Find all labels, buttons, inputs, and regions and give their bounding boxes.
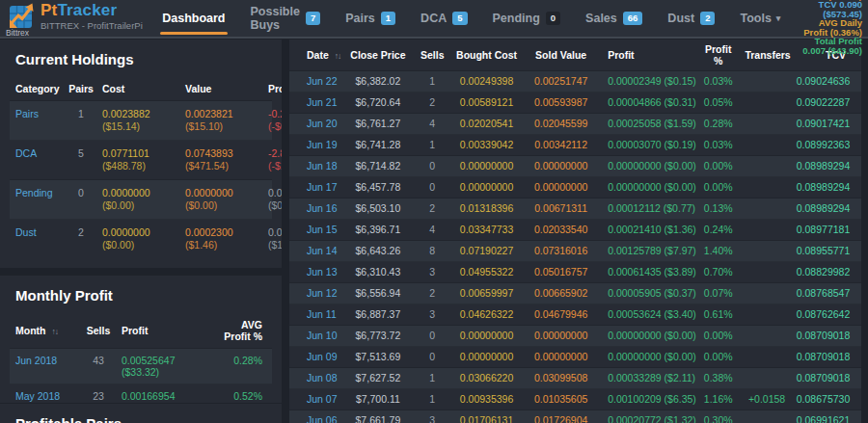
holdings-row: DCA50.0771101($488.78)0.0743893($471.54)…: [10, 141, 272, 180]
col-header-date[interactable]: Date↑↓: [289, 40, 340, 71]
current-holdings-title: Current Holdings: [15, 51, 266, 67]
category-link[interactable]: DCA: [10, 141, 64, 180]
col-header-cost: Cost: [98, 77, 181, 101]
cost-cell-btc: 0.0023882: [102, 108, 177, 120]
value-cell-btc: 0.0000000: [185, 187, 260, 199]
nav-item-pairs[interactable]: Pairs1: [333, 0, 408, 38]
date-link[interactable]: Jun 13: [289, 262, 340, 283]
value-cell-btc: 0.0023821: [185, 108, 260, 120]
month-link[interactable]: Jun 2018: [10, 349, 79, 384]
sold-value: 0.03099508: [524, 368, 598, 389]
bought-cost: 0.04955322: [449, 262, 524, 283]
bought-cost: 0.03066220: [449, 368, 524, 389]
sells-count: 1: [415, 389, 449, 410]
sales-row: Jun 09$7,513.6900.000000000.000000000.00…: [289, 347, 861, 368]
sold-value: 0.07316016: [524, 241, 598, 262]
tcv-value: 0.08989294: [793, 177, 861, 198]
category-link[interactable]: Pending: [10, 180, 64, 220]
profit-value: 0.00021410 ($1.36): [598, 220, 695, 241]
category-link[interactable]: Dust: [10, 220, 64, 259]
profit-cell: -2.83%(-$17.25): [264, 141, 272, 180]
sales-row: Jun 14$6,643.2680.071902270.073160160.00…: [289, 241, 861, 262]
close-price: $6,556.94: [340, 283, 415, 304]
date-link[interactable]: Jun 08: [289, 368, 340, 389]
profit-value: 0.00012112 ($0.77): [598, 198, 695, 220]
nav-badge: 5: [452, 12, 467, 25]
col-header-month[interactable]: Month↑↓: [10, 313, 79, 349]
cost-cell-btc: 0.0771101: [102, 147, 177, 160]
nav-item-tools[interactable]: Tools▾: [727, 0, 793, 38]
date-link[interactable]: Jun 18: [289, 156, 340, 177]
tcv-value: 0.08977181: [793, 220, 861, 241]
bought-cost: 0.07190227: [449, 241, 524, 262]
profit-value: 0.00166954 ($10.58): [118, 384, 219, 404]
sold-value: 0.00000000: [524, 347, 598, 368]
tcv-value: 0.08989294: [793, 156, 861, 177]
date-link[interactable]: Jun 17: [289, 177, 340, 198]
category-link[interactable]: Pairs: [10, 101, 64, 141]
date-link[interactable]: Jun 19: [289, 135, 340, 156]
nav-item-dust[interactable]: Dust2: [655, 0, 727, 38]
date-link[interactable]: Jun 15: [289, 220, 340, 241]
navbar: PtTracker BITTREX - ProfitTrailerPi Bitt…: [0, 0, 868, 39]
profit-value: 0.00000000 ($0.00): [598, 326, 695, 347]
holdings-header-row: CategoryPairsCostValueProfit: [10, 77, 272, 101]
nav-item-dca[interactable]: DCA5: [408, 0, 479, 38]
nav-item-pending[interactable]: Pending0: [480, 0, 574, 38]
sales-row: Jun 06$7,661.7930.017061310.017269040.00…: [289, 410, 861, 423]
nav-item-dashboard[interactable]: Dashboard: [149, 0, 237, 38]
sales-row: Jun 12$6,556.9420.006599970.006659020.00…: [289, 283, 861, 304]
stat-total-profit: Total Profit 0.007 ($43.90): [793, 37, 862, 55]
tcv-value: 0.08992363: [793, 135, 861, 156]
sells-count: 8: [415, 241, 449, 262]
date-link[interactable]: Jun 10: [289, 326, 340, 347]
profit-pct: 1.16%: [695, 389, 741, 410]
close-price: $6,741.28: [340, 135, 415, 156]
sales-row: Jun 22$6,382.0210.002493980.002517470.00…: [289, 71, 861, 93]
tcv-value: 0.08709018: [793, 368, 861, 389]
exchange-label: Bittrex: [6, 28, 29, 38]
date-link[interactable]: Jun 21: [289, 93, 340, 114]
pttracker-logo-icon: [8, 3, 34, 29]
stat-avg-daily-profit: AVG Daily Profit (0.36%): [793, 18, 862, 37]
cost-cell: 0.0023882($15.14): [98, 101, 181, 141]
profit-pct: 0.70%: [695, 262, 741, 283]
tcv-value: 0.09024636: [793, 71, 861, 93]
nav-item-sales[interactable]: Sales66: [573, 0, 655, 38]
date-link[interactable]: Jun 09: [289, 347, 340, 368]
date-link[interactable]: Jun 20: [289, 114, 340, 135]
monthly-profit-title: Monthly Profit: [15, 287, 266, 304]
sales-row: Jun 10$6,773.7200.000000000.000000000.00…: [289, 326, 861, 347]
profit-value: 0.00005905 ($0.37): [598, 283, 695, 304]
bought-cost: 0.00000000: [449, 347, 524, 368]
date-link[interactable]: Jun 12: [289, 283, 340, 304]
date-link[interactable]: Jun 16: [289, 198, 340, 220]
bought-cost: 0.04626322: [449, 304, 524, 326]
date-link[interactable]: Jun 11: [289, 304, 340, 326]
sold-value: 0.02033540: [524, 220, 598, 241]
cost-cell-usd: ($0.00): [102, 199, 177, 212]
app-title: PtTracker: [41, 2, 143, 19]
tcv-value: 0.08762642: [793, 304, 861, 326]
nav-item-possible-buys[interactable]: Possible Buys7: [238, 0, 334, 38]
date-link[interactable]: Jun 07: [289, 389, 340, 410]
month-link[interactable]: May 2018: [10, 384, 79, 404]
sold-value: 0.00000000: [524, 177, 598, 198]
nav-item-label: Sales: [585, 12, 617, 25]
transfers-value: [741, 71, 792, 93]
date-link[interactable]: Jun 06: [289, 410, 340, 423]
sold-value: 0.00671311: [524, 198, 598, 220]
col-header-profit: Profit: [598, 40, 695, 71]
bought-cost: 0.00935396: [449, 389, 524, 410]
pairs-count: 2: [64, 220, 98, 259]
close-price: $6,643.26: [340, 241, 415, 262]
profitable-pairs-panel: Profitable Pairs: [0, 404, 282, 423]
date-link[interactable]: Jun 22: [289, 71, 340, 93]
date-link[interactable]: Jun 14: [289, 241, 340, 262]
sells-count: 0: [415, 347, 449, 368]
sales-row: Jun 11$6,887.3730.046263220.046799460.00…: [289, 304, 861, 326]
transfers-value: [741, 304, 792, 326]
profit-pct: 0.00%: [695, 156, 741, 177]
value-cell: 0.0002300($1.46): [181, 220, 264, 259]
profit-value: 0.00000000 ($0.00): [598, 177, 695, 198]
